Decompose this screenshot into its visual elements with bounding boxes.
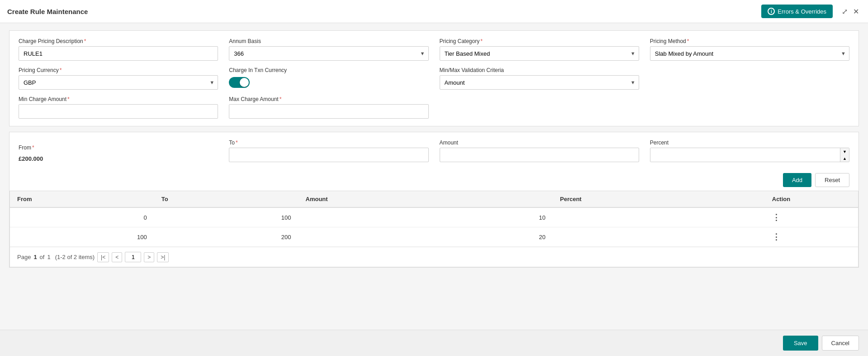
action-menu-button-2[interactable]: ⋮ [772,232,780,241]
page-number: 1 [33,254,37,260]
add-button[interactable]: Add [783,173,811,187]
page-label: Page [17,254,31,260]
slab-from-label: From* [19,144,218,151]
slab-to-input[interactable] [229,148,428,162]
pricing-category-select[interactable]: Tier Based Mixed [440,46,639,61]
slab-percent-group: Percent ▼ ▲ [650,140,849,162]
cell-to-1: 100 [154,207,299,227]
table-section: From To Amount Percent Action 0 100 10 [9,191,859,267]
form-row-1: Charge Pricing Description* Annum Basis … [19,38,849,61]
min-charge-label: Min Charge Amount* [19,96,218,102]
modal-title: Create Rule Maintenance [7,8,88,15]
slab-amount-group: Amount [440,140,639,162]
pricing-method-select-wrapper: Slab Mixed by Amount ▼ [650,46,849,61]
pricing-category-group: Pricing Category* Tier Based Mixed ▼ [440,38,639,61]
slab-from-value: £200.000 [19,155,218,162]
errors-overrides-button[interactable]: i Errors & Overrides [761,5,833,18]
slab-percent-label: Percent [650,140,849,146]
create-rule-modal: Create Rule Maintenance i Errors & Overr… [0,0,868,356]
pricing-currency-select[interactable]: GBP [19,75,218,90]
form-row-2: Pricing Currency* GBP ▼ Charge In Txn Cu… [19,67,849,90]
form-row-3: Min Charge Amount* Max Charge Amount* [19,96,849,119]
info-icon: i [768,8,775,15]
maximize-button[interactable]: ⤢ [840,6,849,17]
min-max-select-wrapper: Amount ▼ [440,75,639,90]
pricing-method-group: Pricing Method* Slab Mixed by Amount ▼ [650,38,849,61]
slab-form: From* £200.000 To* Amount Percent [9,132,859,169]
toggle-thumb [240,78,249,87]
col-header-amount: Amount [299,191,553,207]
modal-header: Create Rule Maintenance i Errors & Overr… [0,0,868,23]
slab-amount-input[interactable] [440,148,639,162]
page-items-info: (1-2 of 2 items) [55,254,95,260]
min-max-validation-group: Min/Max Validation Criteria Amount ▼ [440,67,639,90]
charge-in-txn-group: Charge In Txn Currency [229,67,428,88]
cell-from-1: 0 [10,207,154,227]
reset-button[interactable]: Reset [815,173,849,187]
slab-section: From* £200.000 To* Amount Percent [9,132,859,268]
close-button[interactable]: ✕ [851,6,861,17]
header-actions: i Errors & Overrides ⤢ ✕ [761,5,861,18]
slab-to-group: To* [229,140,428,162]
first-page-button[interactable]: |< [97,252,109,262]
percent-up-button[interactable]: ▲ [840,155,849,162]
min-charge-input[interactable] [19,104,218,119]
cell-action-1: ⋮ [765,207,858,227]
table-row: 0 100 10 ⋮ [10,207,858,227]
modal-body: Charge Pricing Description* Annum Basis … [0,23,868,330]
slab-percent-wrapper: ▼ ▲ [650,148,849,162]
pricing-currency-group: Pricing Currency* GBP ▼ [19,67,218,90]
cell-amount-1: 10 [299,207,553,227]
slab-amount-label: Amount [440,140,639,146]
percent-arrows: ▼ ▲ [840,148,849,162]
max-charge-label: Max Charge Amount* [229,96,428,102]
col-header-percent: Percent [553,191,765,207]
cell-amount-2: 20 [299,227,553,247]
col-header-from: From [10,191,154,207]
pricing-currency-label: Pricing Currency* [19,67,218,73]
slab-action-row: Add Reset [9,169,859,191]
page-input[interactable] [125,252,141,262]
form-section-main: Charge Pricing Description* Annum Basis … [9,30,859,126]
min-charge-group: Min Charge Amount* [19,96,218,119]
min-max-label: Min/Max Validation Criteria [440,67,639,73]
annum-basis-select-wrapper: 366 ▼ [229,46,428,61]
pricing-category-label: Pricing Category* [440,38,639,44]
slab-to-label: To* [229,140,428,146]
pricing-category-select-wrapper: Tier Based Mixed ▼ [440,46,639,61]
pricing-method-select[interactable]: Slab Mixed by Amount [650,46,849,61]
percent-down-button[interactable]: ▼ [840,148,849,155]
window-controls: ⤢ ✕ [840,6,861,17]
slab-percent-input[interactable] [650,148,840,162]
charge-pricing-desc-input[interactable] [19,46,218,61]
cell-from-2: 100 [10,227,154,247]
cell-to-2: 200 [154,227,299,247]
cell-action-2: ⋮ [765,227,858,247]
last-page-button[interactable]: >| [157,252,169,262]
col-header-action: Action [765,191,858,207]
charge-pricing-desc-label: Charge Pricing Description* [19,38,218,44]
charge-pricing-desc-group: Charge Pricing Description* [19,38,218,61]
page-of-label: of [40,254,45,260]
total-pages: 1 [47,254,50,260]
cell-percent-1 [553,207,765,227]
min-max-select[interactable]: Amount [440,75,639,90]
max-charge-input[interactable] [229,104,428,119]
max-charge-group: Max Charge Amount* [229,96,428,119]
pricing-currency-select-wrapper: GBP ▼ [19,75,218,90]
pagination: Page 1 of 1 (1-2 of 2 items) |< < > >| [10,247,858,267]
save-button[interactable]: Save [783,336,818,351]
slab-from-group: From* £200.000 [19,144,218,162]
prev-page-button[interactable]: < [112,252,122,262]
annum-basis-select[interactable]: 366 [229,46,428,61]
col-header-to: To [154,191,299,207]
modal-footer: Save Cancel [0,330,868,356]
annum-basis-group: Annum Basis 366 ▼ [229,38,428,61]
next-page-button[interactable]: > [144,252,154,262]
cancel-button[interactable]: Cancel [822,336,859,351]
charge-in-txn-toggle[interactable] [229,77,250,88]
slab-table: From To Amount Percent Action 0 100 10 [10,191,858,247]
annum-basis-label: Annum Basis [229,38,428,44]
charge-in-txn-toggle-wrapper [229,77,428,88]
action-menu-button-1[interactable]: ⋮ [772,213,780,222]
